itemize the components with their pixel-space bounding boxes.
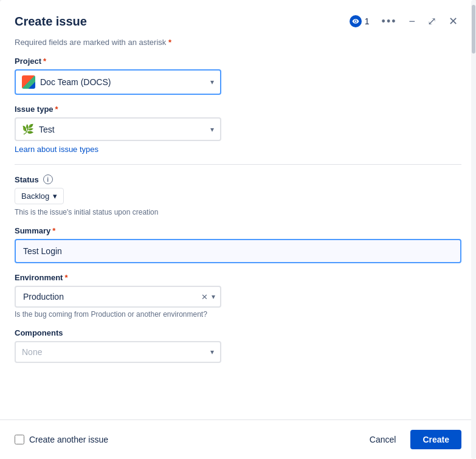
create-button[interactable]: Create xyxy=(410,430,461,449)
status-value: Backlog xyxy=(21,192,49,201)
status-chevron-icon: ▾ xyxy=(53,192,57,201)
issue-type-chevron-icon: ▾ xyxy=(210,125,214,134)
status-info-icon[interactable]: i xyxy=(43,174,53,184)
test-type-icon: 🌿 xyxy=(22,123,34,135)
components-chevron-icon: ▾ xyxy=(210,348,214,356)
environment-hint: Is the bug coming from Production or ano… xyxy=(15,310,461,319)
components-field-group: Components None ▾ xyxy=(15,328,461,363)
components-select[interactable]: None ▾ xyxy=(15,341,221,363)
scrollbar-thumb[interactable] xyxy=(472,5,475,53)
issue-type-select[interactable]: 🌿 Test ▾ xyxy=(15,117,221,141)
status-label: Status i xyxy=(15,174,461,184)
issue-type-select-row: 🌿 Test ▾ xyxy=(16,119,220,140)
issue-type-field-group: Issue type * 🌿 Test ▾ Learn about issue … xyxy=(15,105,461,154)
components-select-row: None ▾ xyxy=(16,342,220,362)
status-dropdown[interactable]: Backlog ▾ xyxy=(15,188,64,204)
create-another-checkbox[interactable] xyxy=(15,435,24,444)
issue-type-required-star: * xyxy=(55,105,58,114)
cancel-button[interactable]: Cancel xyxy=(360,430,406,449)
create-another-label: Create another issue xyxy=(29,435,108,444)
modal-header: Create issue 1 ••• − ⤢ ✕ xyxy=(0,0,476,38)
status-hint: This is the issue's initial status upon … xyxy=(15,208,461,216)
project-select-row: Doc Team (DOCS) ▾ xyxy=(16,71,220,94)
learn-about-types-link[interactable]: Learn about issue types xyxy=(15,145,98,154)
status-field-group: Status i Backlog ▾ This is the issue's i… xyxy=(15,174,461,216)
summary-required-star: * xyxy=(52,226,55,235)
divider xyxy=(15,164,461,165)
environment-value: Production xyxy=(21,287,200,306)
modal-body: Required fields are marked with an aster… xyxy=(0,38,476,419)
modal-title: Create issue xyxy=(15,15,87,29)
project-chevron-icon: ▾ xyxy=(210,78,214,86)
close-button[interactable]: ✕ xyxy=(445,12,461,30)
environment-chevron-icon: ▾ xyxy=(212,292,215,301)
project-icon xyxy=(22,75,35,89)
project-field-group: Project * Doc Team (DOCS) ▾ xyxy=(15,57,461,95)
environment-select[interactable]: Production ✕ ▾ xyxy=(15,286,221,308)
summary-field-group: Summary * xyxy=(15,226,461,263)
issue-type-value: Test xyxy=(39,125,205,134)
footer-buttons: Cancel Create xyxy=(360,430,461,449)
create-another-checkbox-wrapper[interactable]: Create another issue xyxy=(15,435,108,444)
expand-icon: ⤢ xyxy=(427,15,436,28)
minimize-button[interactable]: − xyxy=(405,13,419,30)
clear-icon: ✕ xyxy=(201,292,208,302)
summary-input[interactable] xyxy=(15,239,461,263)
summary-label: Summary * xyxy=(15,226,461,235)
required-asterisk: * xyxy=(168,38,171,47)
bottom-spacer xyxy=(15,373,461,387)
eye-icon xyxy=(352,18,359,25)
expand-button[interactable]: ⤢ xyxy=(424,12,440,30)
clear-environment-button[interactable]: ✕ xyxy=(200,291,209,303)
header-actions: 1 ••• − ⤢ ✕ xyxy=(346,12,461,30)
environment-required-star: * xyxy=(64,273,67,282)
modal-footer: Create another issue Cancel Create xyxy=(0,419,476,459)
environment-label: Environment * xyxy=(15,273,461,282)
components-label: Components xyxy=(15,328,461,337)
environment-field-group: Environment * Production ✕ ▾ Is the bug … xyxy=(15,273,461,319)
three-dots-button[interactable]: ••• xyxy=(378,13,401,30)
project-value: Doc Team (DOCS) xyxy=(40,77,205,87)
watch-icon xyxy=(350,15,362,27)
required-note: Required fields are marked with an aster… xyxy=(15,38,461,47)
minimize-icon: − xyxy=(409,15,415,28)
scrollbar-track xyxy=(471,0,476,459)
create-issue-modal: Create issue 1 ••• − ⤢ ✕ xyxy=(0,0,476,459)
close-icon: ✕ xyxy=(449,15,458,28)
three-dots-icon: ••• xyxy=(382,15,397,28)
project-select[interactable]: Doc Team (DOCS) ▾ xyxy=(15,69,221,95)
components-placeholder: None xyxy=(22,347,205,357)
project-label: Project * xyxy=(15,57,461,66)
watch-count: 1 xyxy=(365,16,370,26)
project-required-star: * xyxy=(43,57,46,66)
watch-button[interactable]: 1 xyxy=(346,13,373,30)
issue-type-label: Issue type * xyxy=(15,105,461,114)
